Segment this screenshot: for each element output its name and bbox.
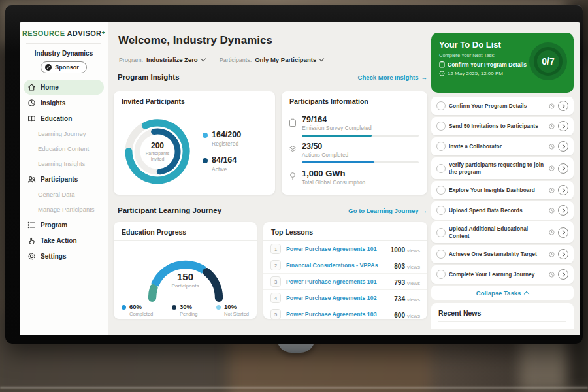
lesson-link[interactable]: Power Purchase Agreements 101 (286, 246, 385, 252)
registered-dot-icon (203, 133, 208, 138)
clock-icon (549, 188, 555, 193)
task-checkbox[interactable] (436, 142, 446, 151)
chevron-right-icon[interactable] (558, 163, 568, 174)
sidebar-item-insights[interactable]: Insights (20, 95, 108, 110)
lesson-rank: 3 (270, 276, 281, 287)
sidebar-item-label: Education (41, 115, 72, 122)
stat-label: Actions Completed (302, 152, 419, 158)
lesson-link[interactable]: Power Purchase Agreements 102 (286, 295, 389, 301)
settings-icon (27, 252, 36, 261)
chevron-right-icon[interactable] (558, 101, 568, 111)
task-checkbox[interactable] (436, 122, 446, 131)
task-checkbox[interactable] (436, 206, 446, 215)
lesson-row: 3 Power Purchase Agreements 101 793views (263, 274, 427, 290)
section-title: Participant Learning Journey (118, 206, 221, 214)
sidebar-item-label: General Data (38, 191, 75, 198)
card-title: Participants Information (282, 91, 427, 110)
legend-not-started: 10% Not Started (216, 304, 249, 317)
todo-task[interactable]: Complete Your Learning Journey (431, 265, 574, 284)
lesson-row: 5 Power Purchase Agreements 103 600views (263, 306, 427, 322)
chevron-right-icon[interactable] (558, 185, 568, 195)
stat-value: 23/50 (302, 142, 419, 151)
chevron-right-icon[interactable] (558, 269, 568, 280)
stat-label: Emission Survey Completed (302, 125, 419, 131)
stat-emission-survey: 79/164 Emission Survey Completed (289, 116, 419, 137)
task-checkbox[interactable] (436, 228, 446, 237)
participants-filter[interactable]: Participants: Only My Participants (220, 56, 324, 63)
lesson-rank: 5 (270, 309, 281, 319)
lesson-row: 1 Power Purchase Agreements 101 1000view… (263, 241, 427, 257)
task-checkbox[interactable] (436, 250, 446, 259)
donut-center-label: Participants Invited (140, 151, 174, 163)
donut-center-value: 200 (151, 141, 164, 150)
invited-donut-chart: 200 Participants Invited (122, 116, 193, 188)
chevron-right-icon[interactable] (558, 227, 568, 238)
participants-information-card: Participants Information 79/164 Emission… (282, 91, 427, 195)
task-label: Verify participants requesting to join t… (449, 161, 546, 175)
sidebar-item-learning-insights[interactable]: Learning Insights (20, 156, 108, 171)
sidebar-item-education-content[interactable]: Education Content (20, 141, 108, 156)
card-title: Top Lessons (263, 222, 427, 241)
actions-icon (289, 145, 297, 153)
todo-task[interactable]: Verify participants requesting to join t… (431, 157, 574, 179)
go-to-learning-journey-link[interactable]: Go to Learning Journey → (348, 207, 427, 214)
sponsor-badge[interactable]: Sponsor (41, 61, 87, 73)
todo-task[interactable]: Confirm Your Program Details (431, 97, 574, 115)
active-dot-icon (203, 158, 208, 163)
main-content: Welcome, Industry Dynamics Program: Indu… (108, 22, 431, 335)
home-icon (27, 83, 36, 91)
participants-filter-value: Only My Participants (255, 56, 316, 63)
sidebar-item-program[interactable]: Program (20, 217, 108, 233)
task-label: Upload Spend Data Records (449, 207, 546, 214)
task-label: Invite a Collaborator (449, 143, 546, 150)
legend-pending: 30% Pending (172, 304, 198, 317)
task-checkbox[interactable] (436, 164, 446, 173)
pending-dot-icon (172, 305, 176, 310)
sidebar-item-settings[interactable]: Settings (20, 248, 108, 264)
lesson-link[interactable]: Financial Considerations - VPPAs (286, 262, 389, 269)
chevron-right-icon[interactable] (558, 249, 568, 259)
sponsor-label: Sponsor (55, 64, 79, 71)
clock-icon (549, 229, 555, 235)
collapse-tasks-link[interactable]: Collapse Tasks (431, 286, 574, 300)
stat-actions: 23/50 Actions Completed (289, 142, 419, 163)
todo-task[interactable]: Achieve One Sustainability Target (431, 245, 574, 263)
todo-task[interactable]: Explore Your Insights Dashboard (431, 181, 574, 199)
views-count: 803 (394, 263, 405, 270)
sidebar-item-learning-journey[interactable]: Learning Journey (20, 126, 108, 141)
todo-task[interactable]: Upload Additional Educational Content (431, 221, 574, 243)
lesson-link[interactable]: Power Purchase Agreements 103 (286, 311, 389, 318)
sidebar-item-participants[interactable]: Participants (20, 171, 108, 187)
todo-task[interactable]: Send 50 Invitations to Participants (431, 117, 574, 135)
views-count: 1000 (391, 246, 405, 253)
chevron-right-icon[interactable] (558, 141, 568, 152)
todo-task[interactable]: Upload Spend Data Records (431, 201, 574, 220)
chevron-down-icon[interactable] (319, 56, 324, 61)
sidebar-item-home[interactable]: Home (24, 80, 104, 95)
sidebar: RESOURCE ADVISOR+ Industry Dynamics Spon… (20, 22, 108, 335)
chevron-down-icon[interactable] (200, 56, 205, 61)
sidebar-item-manage-participants[interactable]: Manage Participants (20, 202, 108, 217)
todo-due-date: 12 May 2025, 12:00 PM (448, 71, 503, 76)
task-checkbox[interactable] (436, 101, 446, 110)
task-checkbox[interactable] (436, 186, 446, 195)
task-label: Complete Your Learning Journey (449, 271, 546, 278)
sidebar-item-take-action[interactable]: Take Action (20, 233, 108, 248)
todo-progress-ring: 0/7 (529, 42, 567, 80)
chevron-up-icon (524, 291, 529, 296)
check-more-insights-link[interactable]: Check More Insights → (358, 74, 427, 81)
sidebar-item-label: Manage Participants (38, 206, 95, 213)
chevron-right-icon[interactable] (558, 205, 568, 216)
sidebar-item-general-data[interactable]: General Data (20, 187, 108, 202)
lesson-link[interactable]: Power Purchase Agreements 101 (286, 278, 389, 285)
sidebar-item-label: Insights (41, 99, 65, 106)
sidebar-item-education[interactable]: Education (20, 110, 108, 126)
page-title: Welcome, Industry Dynamics (118, 34, 272, 47)
recent-news-card: Recent News (431, 303, 574, 329)
task-checkbox[interactable] (436, 270, 446, 279)
arrow-right-icon: → (421, 207, 428, 214)
program-filter[interactable]: Program: Industrialize Zero (119, 56, 205, 63)
monitor-bezel: RESOURCE ADVISOR+ Industry Dynamics Spon… (5, 5, 583, 344)
chevron-right-icon[interactable] (558, 121, 568, 131)
todo-task[interactable]: Invite a Collaborator (431, 137, 574, 155)
